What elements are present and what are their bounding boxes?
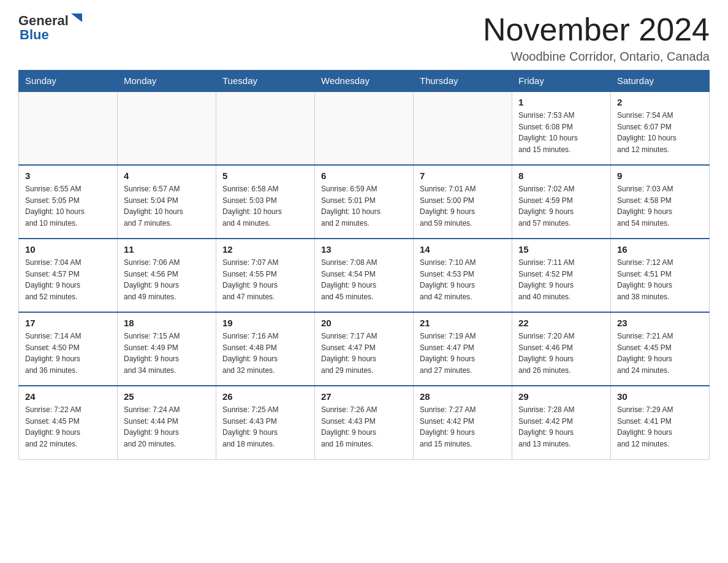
- day-detail: Sunrise: 7:14 AM Sunset: 4:50 PM Dayligh…: [25, 331, 111, 376]
- calendar-cell: 10Sunrise: 7:04 AM Sunset: 4:57 PM Dayli…: [19, 239, 118, 312]
- day-detail: Sunrise: 7:08 AM Sunset: 4:54 PM Dayligh…: [321, 257, 407, 302]
- day-number: 9: [617, 170, 703, 181]
- calendar-cell: 21Sunrise: 7:19 AM Sunset: 4:47 PM Dayli…: [414, 312, 512, 386]
- calendar-cell: 8Sunrise: 7:02 AM Sunset: 4:59 PM Daylig…: [512, 165, 611, 239]
- day-number: 17: [25, 318, 111, 328]
- calendar-cell: 28Sunrise: 7:27 AM Sunset: 4:42 PM Dayli…: [414, 386, 512, 459]
- page-title: November 2024: [483, 12, 710, 47]
- calendar-cell: 13Sunrise: 7:08 AM Sunset: 4:54 PM Dayli…: [315, 239, 414, 312]
- logo-triangle-icon: [70, 11, 83, 25]
- calendar-header-sunday: Sunday: [19, 71, 118, 92]
- day-detail: Sunrise: 7:01 AM Sunset: 5:00 PM Dayligh…: [420, 183, 506, 229]
- calendar-cell: [19, 91, 118, 165]
- calendar-cell: 6Sunrise: 6:59 AM Sunset: 5:01 PM Daylig…: [315, 165, 414, 239]
- calendar-cell: 2Sunrise: 7:54 AM Sunset: 6:07 PM Daylig…: [611, 91, 710, 165]
- calendar-cell: 30Sunrise: 7:29 AM Sunset: 4:41 PM Dayli…: [611, 386, 710, 459]
- day-number: 20: [321, 318, 407, 328]
- day-number: 7: [420, 170, 506, 181]
- day-number: 14: [420, 244, 506, 255]
- day-detail: Sunrise: 6:58 AM Sunset: 5:03 PM Dayligh…: [222, 183, 308, 229]
- calendar-cell: 15Sunrise: 7:11 AM Sunset: 4:52 PM Dayli…: [512, 239, 611, 312]
- day-detail: Sunrise: 7:26 AM Sunset: 4:43 PM Dayligh…: [321, 404, 407, 450]
- logo: General Blue: [18, 12, 83, 43]
- day-detail: Sunrise: 7:17 AM Sunset: 4:47 PM Dayligh…: [321, 331, 407, 376]
- day-detail: Sunrise: 7:20 AM Sunset: 4:46 PM Dayligh…: [518, 331, 604, 376]
- day-detail: Sunrise: 6:59 AM Sunset: 5:01 PM Dayligh…: [321, 183, 407, 229]
- day-number: 8: [518, 170, 604, 181]
- day-detail: Sunrise: 7:07 AM Sunset: 4:55 PM Dayligh…: [222, 257, 308, 302]
- calendar-cell: 5Sunrise: 6:58 AM Sunset: 5:03 PM Daylig…: [216, 165, 315, 239]
- day-detail: Sunrise: 7:04 AM Sunset: 4:57 PM Dayligh…: [25, 257, 111, 302]
- calendar-header-thursday: Thursday: [414, 71, 512, 92]
- day-detail: Sunrise: 7:21 AM Sunset: 4:45 PM Dayligh…: [617, 331, 703, 376]
- logo-blue-text: Blue: [20, 27, 49, 42]
- day-detail: Sunrise: 7:16 AM Sunset: 4:48 PM Dayligh…: [222, 331, 308, 376]
- day-number: 5: [222, 170, 308, 181]
- svg-marker-0: [71, 13, 82, 22]
- calendar-cell: 4Sunrise: 6:57 AM Sunset: 5:04 PM Daylig…: [118, 165, 216, 239]
- day-number: 15: [518, 244, 604, 255]
- day-number: 27: [321, 391, 407, 402]
- calendar-cell: [414, 91, 512, 165]
- day-detail: Sunrise: 7:24 AM Sunset: 4:44 PM Dayligh…: [124, 404, 210, 450]
- day-number: 26: [222, 391, 308, 402]
- calendar-cell: 29Sunrise: 7:28 AM Sunset: 4:42 PM Dayli…: [512, 386, 611, 459]
- day-number: 10: [25, 244, 111, 255]
- day-number: 2: [617, 97, 703, 107]
- calendar-week-row-4: 17Sunrise: 7:14 AM Sunset: 4:50 PM Dayli…: [19, 312, 710, 386]
- calendar-header-row: SundayMondayTuesdayWednesdayThursdayFrid…: [19, 71, 710, 92]
- calendar-cell: 7Sunrise: 7:01 AM Sunset: 5:00 PM Daylig…: [414, 165, 512, 239]
- calendar-cell: 16Sunrise: 7:12 AM Sunset: 4:51 PM Dayli…: [611, 239, 710, 312]
- day-detail: Sunrise: 6:57 AM Sunset: 5:04 PM Dayligh…: [124, 183, 210, 229]
- calendar-cell: 17Sunrise: 7:14 AM Sunset: 4:50 PM Dayli…: [19, 312, 118, 386]
- day-number: 12: [222, 244, 308, 255]
- day-detail: Sunrise: 7:25 AM Sunset: 4:43 PM Dayligh…: [222, 404, 308, 450]
- calendar-header-saturday: Saturday: [611, 71, 710, 92]
- day-number: 18: [124, 318, 210, 328]
- day-number: 19: [222, 318, 308, 328]
- day-number: 23: [617, 318, 703, 328]
- day-detail: Sunrise: 7:15 AM Sunset: 4:49 PM Dayligh…: [124, 331, 210, 376]
- day-number: 4: [124, 170, 210, 181]
- day-number: 30: [617, 391, 703, 402]
- calendar-cell: 1Sunrise: 7:53 AM Sunset: 6:08 PM Daylig…: [512, 91, 611, 165]
- page-header: General Blue November 2024 Woodbine Corr…: [18, 12, 710, 64]
- day-detail: Sunrise: 7:03 AM Sunset: 4:58 PM Dayligh…: [617, 183, 703, 229]
- calendar-cell: 22Sunrise: 7:20 AM Sunset: 4:46 PM Dayli…: [512, 312, 611, 386]
- day-detail: Sunrise: 7:02 AM Sunset: 4:59 PM Dayligh…: [518, 183, 604, 229]
- day-number: 25: [124, 391, 210, 402]
- day-number: 24: [25, 391, 111, 402]
- day-detail: Sunrise: 7:10 AM Sunset: 4:53 PM Dayligh…: [420, 257, 506, 302]
- calendar-cell: 25Sunrise: 7:24 AM Sunset: 4:44 PM Dayli…: [118, 386, 216, 459]
- day-number: 13: [321, 244, 407, 255]
- calendar-cell: 27Sunrise: 7:26 AM Sunset: 4:43 PM Dayli…: [315, 386, 414, 459]
- day-number: 3: [25, 170, 111, 181]
- calendar-cell: [315, 91, 414, 165]
- day-detail: Sunrise: 7:22 AM Sunset: 4:45 PM Dayligh…: [25, 404, 111, 450]
- calendar-cell: 12Sunrise: 7:07 AM Sunset: 4:55 PM Dayli…: [216, 239, 315, 312]
- day-detail: Sunrise: 7:54 AM Sunset: 6:07 PM Dayligh…: [617, 110, 703, 155]
- page-subtitle: Woodbine Corridor, Ontario, Canada: [483, 50, 710, 64]
- day-detail: Sunrise: 7:29 AM Sunset: 4:41 PM Dayligh…: [617, 404, 703, 450]
- calendar-cell: 11Sunrise: 7:06 AM Sunset: 4:56 PM Dayli…: [118, 239, 216, 312]
- calendar-header-wednesday: Wednesday: [315, 71, 414, 92]
- calendar-cell: 9Sunrise: 7:03 AM Sunset: 4:58 PM Daylig…: [611, 165, 710, 239]
- day-number: 1: [518, 97, 604, 107]
- day-detail: Sunrise: 6:55 AM Sunset: 5:05 PM Dayligh…: [25, 183, 111, 229]
- calendar-week-row-1: 1Sunrise: 7:53 AM Sunset: 6:08 PM Daylig…: [19, 91, 710, 165]
- title-block: November 2024 Woodbine Corridor, Ontario…: [483, 12, 710, 64]
- calendar-week-row-2: 3Sunrise: 6:55 AM Sunset: 5:05 PM Daylig…: [19, 165, 710, 239]
- calendar-header-tuesday: Tuesday: [216, 71, 315, 92]
- calendar-cell: 19Sunrise: 7:16 AM Sunset: 4:48 PM Dayli…: [216, 312, 315, 386]
- day-number: 22: [518, 318, 604, 328]
- calendar-cell: 26Sunrise: 7:25 AM Sunset: 4:43 PM Dayli…: [216, 386, 315, 459]
- calendar-cell: 18Sunrise: 7:15 AM Sunset: 4:49 PM Dayli…: [118, 312, 216, 386]
- day-detail: Sunrise: 7:28 AM Sunset: 4:42 PM Dayligh…: [518, 404, 604, 450]
- calendar-week-row-5: 24Sunrise: 7:22 AM Sunset: 4:45 PM Dayli…: [19, 386, 710, 459]
- day-detail: Sunrise: 7:53 AM Sunset: 6:08 PM Dayligh…: [518, 110, 604, 155]
- day-detail: Sunrise: 7:19 AM Sunset: 4:47 PM Dayligh…: [420, 331, 506, 376]
- calendar-cell: 3Sunrise: 6:55 AM Sunset: 5:05 PM Daylig…: [19, 165, 118, 239]
- day-detail: Sunrise: 7:12 AM Sunset: 4:51 PM Dayligh…: [617, 257, 703, 302]
- calendar-header-friday: Friday: [512, 71, 611, 92]
- calendar-cell: [118, 91, 216, 165]
